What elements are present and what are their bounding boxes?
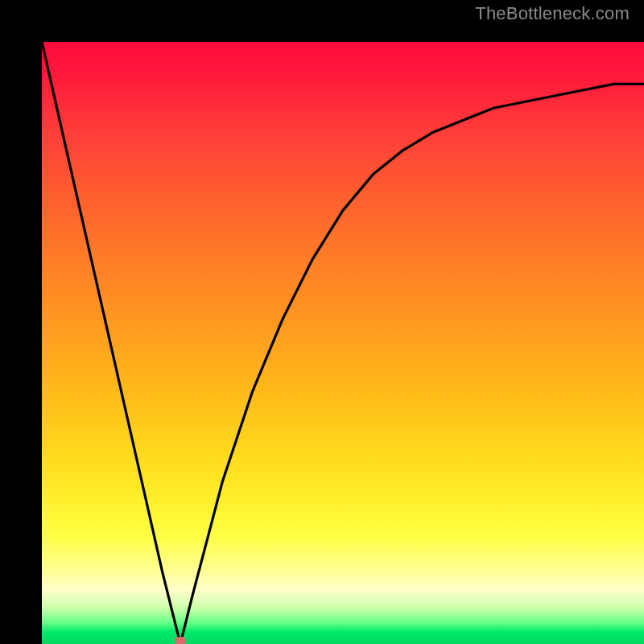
watermark-text: TheBottleneck.com <box>475 3 630 24</box>
bottleneck-curve <box>42 42 644 644</box>
plot-area <box>42 42 644 644</box>
chart-frame <box>0 0 644 644</box>
optimal-point-marker <box>175 637 186 644</box>
